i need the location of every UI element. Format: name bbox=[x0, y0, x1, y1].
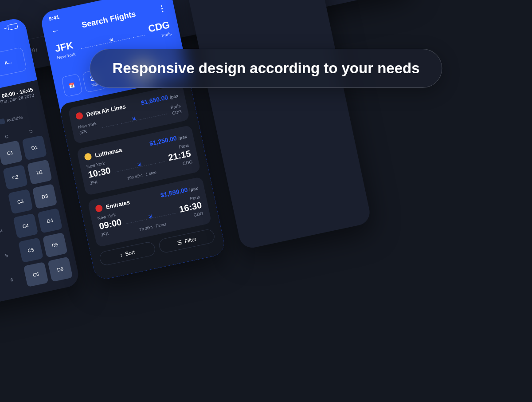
seat-C4[interactable]: C4 bbox=[13, 213, 38, 238]
headline-text: Responsive design according to your need… bbox=[112, 60, 419, 77]
seat-C2[interactable]: C2 bbox=[3, 165, 28, 190]
seat-C6[interactable]: C6 bbox=[23, 262, 49, 287]
more-icon[interactable]: ⋮ bbox=[157, 3, 167, 14]
seat-D5[interactable]: D5 bbox=[43, 233, 68, 258]
seat-D4[interactable]: D4 bbox=[37, 208, 63, 233]
calendar-button[interactable]: 📅 bbox=[61, 74, 83, 97]
seat-D3[interactable]: D3 bbox=[32, 184, 57, 209]
seat-C1[interactable]: C1 bbox=[0, 140, 23, 166]
seat-D2[interactable]: D2 bbox=[27, 159, 52, 185]
seat-D1[interactable]: D1 bbox=[22, 135, 47, 161]
seat-C5[interactable]: C5 bbox=[18, 237, 43, 263]
headline-bubble: Responsive design according to your need… bbox=[90, 49, 442, 88]
seat-C3[interactable]: C3 bbox=[8, 189, 33, 214]
seat-D6[interactable]: D6 bbox=[47, 256, 73, 282]
back-icon[interactable]: ← bbox=[51, 26, 60, 36]
passenger-chip[interactable]: 3K... bbox=[0, 47, 27, 78]
